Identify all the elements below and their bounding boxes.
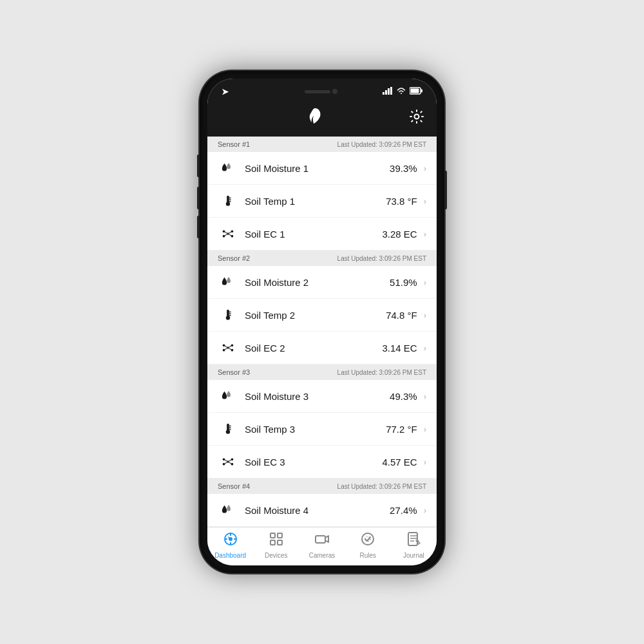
moisture-icon	[218, 503, 238, 517]
sensor-name: Soil Temp 3	[245, 424, 386, 435]
sensor-row[interactable]: Soil Temp 2 74.8 °F ›	[207, 299, 437, 332]
chevron-right-icon: ›	[424, 278, 426, 287]
ec-icon	[218, 341, 238, 355]
temp-icon	[218, 422, 238, 436]
notch-speaker	[305, 90, 330, 93]
svg-rect-57	[270, 533, 275, 538]
tab-dashboard[interactable]: Dashboard	[207, 531, 253, 559]
battery-icon	[410, 87, 422, 96]
svg-point-43	[231, 459, 234, 461]
notch-camera	[332, 89, 337, 94]
chevron-right-icon: ›	[424, 229, 426, 239]
svg-point-7	[415, 114, 419, 118]
sensor-row[interactable]: Soil EC 2 3.14 EC ›	[207, 332, 437, 365]
sensor-updated-2: Last Updated: 3:09:26 PM EST	[337, 255, 426, 262]
moisture-icon	[218, 389, 238, 403]
svg-point-44	[223, 463, 225, 466]
signal-bars-icon	[383, 87, 393, 96]
top-nav	[207, 102, 437, 137]
svg-point-14	[223, 231, 225, 233]
wifi-icon	[396, 87, 406, 96]
sensor-row[interactable]: Soil Temp 1 73.8 °F ›	[207, 185, 437, 218]
sensor-row[interactable]: Soil EC 3 4.57 EC ›	[207, 446, 437, 478]
svg-line-48	[225, 462, 227, 464]
sensor-value: 3.14 EC	[382, 343, 417, 354]
svg-point-30	[223, 349, 225, 352]
svg-point-15	[231, 231, 234, 233]
sensor-row[interactable]: Soil Moisture 3 49.3% ›	[207, 380, 437, 413]
chevron-right-icon: ›	[424, 196, 426, 206]
svg-rect-59	[270, 540, 275, 545]
svg-rect-0	[383, 92, 384, 95]
sensor-updated-1: Last Updated: 3:09:26 PM EST	[337, 141, 426, 148]
tab-journal-label: Journal	[403, 552, 424, 559]
svg-line-35	[229, 348, 231, 350]
sensor-row[interactable]: Soil Temp 3 77.2 °F ›	[207, 413, 437, 446]
svg-point-45	[231, 463, 234, 466]
svg-line-34	[225, 348, 227, 350]
svg-point-41	[227, 460, 229, 463]
sensor-name: Soil Moisture 3	[245, 391, 390, 402]
temp-icon	[218, 194, 238, 208]
sensor-value: 77.2 °F	[386, 424, 417, 435]
sensor-value: 51.9%	[390, 277, 417, 288]
svg-point-62	[362, 533, 374, 545]
svg-line-56	[228, 537, 230, 539]
sensor-name: Soil Moisture 1	[245, 163, 390, 174]
sensor-row[interactable]: Soil Moisture 1 39.3% ›	[207, 152, 437, 185]
tab-journal[interactable]: Journal	[391, 531, 437, 559]
svg-point-13	[227, 232, 229, 235]
tab-dashboard-icon	[223, 531, 238, 550]
svg-line-18	[225, 232, 227, 233]
sensor-header-4: Sensor #4 Last Updated: 3:09:26 PM EST	[207, 478, 437, 494]
chevron-right-icon: ›	[424, 164, 426, 173]
svg-point-42	[223, 459, 225, 461]
sensor-value: 3.28 EC	[382, 229, 417, 240]
sensor-name: Soil Temp 2	[245, 310, 386, 321]
sensor-header-2: Sensor #2 Last Updated: 3:09:26 PM EST	[207, 251, 437, 266]
sensor-row[interactable]: Soil EC 1 3.28 EC ›	[207, 218, 437, 251]
moisture-icon	[218, 275, 238, 289]
sensor-label-1: Sensor #1	[218, 140, 250, 148]
settings-gear-icon[interactable]	[410, 109, 424, 127]
sensor-updated-3: Last Updated: 3:09:26 PM EST	[337, 369, 426, 376]
sensor-row[interactable]: Soil Moisture 4 27.4% ›	[207, 494, 437, 527]
svg-line-32	[225, 346, 227, 347]
tab-cameras[interactable]: Cameras	[299, 531, 345, 559]
temp-icon	[218, 308, 238, 322]
chevron-right-icon: ›	[424, 343, 426, 353]
svg-line-20	[225, 234, 227, 236]
chevron-right-icon: ›	[424, 506, 426, 515]
moisture-icon	[218, 161, 238, 175]
sensor-name: Soil EC 1	[245, 229, 382, 240]
notch	[277, 84, 367, 99]
svg-rect-1	[385, 90, 387, 95]
sensor-header-3: Sensor #3 Last Updated: 3:09:26 PM EST	[207, 365, 437, 380]
chevron-right-icon: ›	[424, 310, 426, 320]
svg-point-28	[223, 345, 225, 347]
sensor-name: Soil Moisture 2	[245, 277, 390, 288]
app-logo	[307, 107, 323, 129]
svg-rect-61	[316, 536, 325, 543]
sensor-name: Soil EC 3	[245, 457, 382, 468]
tab-cameras-label: Cameras	[309, 552, 336, 559]
tab-rules[interactable]: Rules	[345, 531, 391, 559]
sensor-name: Soil Temp 1	[245, 196, 386, 207]
svg-line-49	[229, 462, 231, 464]
svg-line-47	[229, 460, 231, 461]
sensor-row[interactable]: Soil Moisture 2 51.9% ›	[207, 266, 437, 299]
tab-journal-icon	[406, 531, 421, 550]
sensor-label-3: Sensor #3	[218, 368, 250, 376]
tab-devices[interactable]: Devices	[253, 531, 299, 559]
svg-point-16	[223, 235, 225, 238]
svg-rect-64	[408, 533, 417, 545]
svg-point-31	[231, 349, 234, 352]
sensor-value: 73.8 °F	[386, 196, 417, 207]
svg-rect-3	[390, 87, 392, 95]
svg-rect-58	[278, 533, 282, 538]
content-area: Sensor #1 Last Updated: 3:09:26 PM EST S…	[207, 137, 437, 527]
svg-point-29	[231, 345, 234, 347]
svg-line-33	[229, 346, 231, 347]
sensor-name: Soil Moisture 4	[245, 505, 390, 516]
sensor-value: 49.3%	[390, 391, 417, 402]
